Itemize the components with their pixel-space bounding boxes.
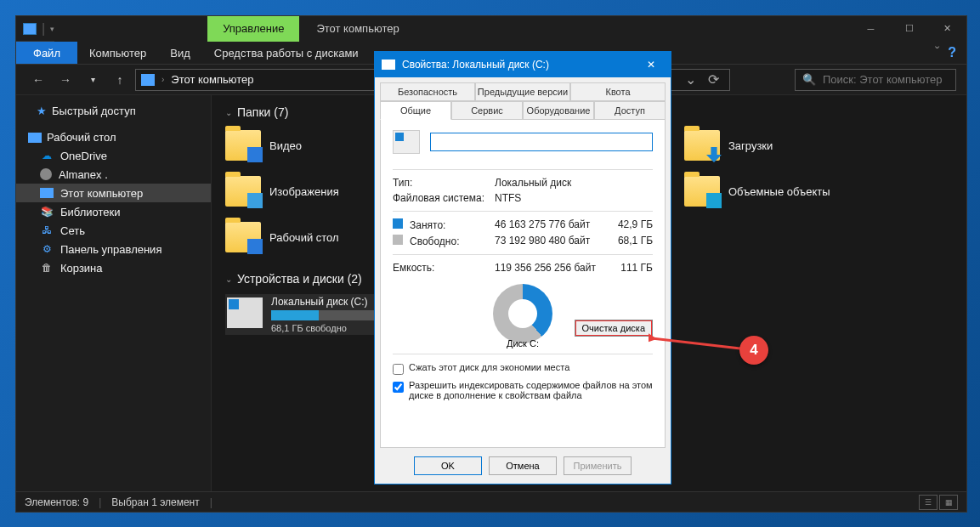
folder-icon [684,130,720,161]
user-icon [40,168,52,180]
used-swatch [393,218,403,229]
free-gb: 68,1 ГБ [602,235,653,247]
pc-icon [23,23,37,35]
sidebar-item-user[interactable]: Almanex . [16,165,211,184]
annotation-badge: 4 [739,336,768,365]
search-icon: 🔍 [802,73,816,86]
network-icon: 🖧 [40,224,54,237]
refresh-icon[interactable]: ⟳ [708,71,719,88]
folder-desktop[interactable]: Рабочий стол [225,219,395,255]
dialog-titlebar[interactable]: Свойства: Локальный диск (C:) ✕ [375,52,671,77]
used-gb: 42,9 ГБ [602,218,653,231]
pc-icon [40,188,54,198]
menu-file[interactable]: Файл [16,42,77,64]
minimize-button[interactable]: ─ [852,16,890,42]
drive-icon [382,60,395,70]
ribbon-tab-manage[interactable]: Управление [207,16,299,42]
sidebar-item-thispc[interactable]: Этот компьютер [16,184,211,202]
menu-disk-tools[interactable]: Средства работы с дисками [202,42,371,64]
window-title: Этот компьютер [299,16,414,42]
sidebar-item-recycle-bin[interactable]: 🗑Корзина [16,258,211,277]
sidebar-item-libraries[interactable]: 📚Библиотеки [16,202,211,221]
tab-service[interactable]: Сервис [451,101,523,120]
tab-security[interactable]: Безопасность [380,82,475,101]
dialog-title: Свойства: Локальный диск (C:) [402,59,549,71]
folder-icon [225,130,261,161]
sidebar-item-network[interactable]: 🖧Сеть [16,221,211,240]
properties-dialog: Свойства: Локальный диск (C:) ✕ Безопасн… [374,51,671,484]
titlebar: | ▾ Управление Этот компьютер ─ ☐ ✕ [16,16,966,42]
sidebar-quick-access[interactable]: ★ Быстрый доступ [28,102,211,120]
pie-label: Диск C: [507,338,539,348]
dialog-close-button[interactable]: ✕ [638,52,664,77]
tab-previous-versions[interactable]: Предыдущие версии [475,82,570,101]
status-count: Элементов: 9 [25,496,88,508]
menu-computer[interactable]: Компьютер [77,42,158,64]
folder-icon [225,222,261,252]
statusbar: Элементов: 9 | Выбран 1 элемент | ☰ ▦ [16,491,966,512]
capacity-gb: 111 ГБ [602,262,653,274]
search-placeholder: Поиск: Этот компьютер [823,73,942,86]
compress-checkbox[interactable] [393,364,404,375]
ribbon-expand-icon[interactable]: ˇ [935,45,939,60]
menu-view[interactable]: Вид [158,42,202,64]
index-checkbox[interactable] [393,382,404,393]
capacity-bytes: 119 356 256 256 байт [495,262,602,274]
folder-video[interactable]: Видео [225,128,395,163]
status-selected: Выбран 1 элемент [111,496,199,508]
nav-up-button[interactable]: ↑ [108,68,132,92]
sidebar-desktop[interactable]: Рабочий стол [16,128,211,146]
free-swatch [393,235,403,245]
star-icon: ★ [37,105,47,117]
ok-button[interactable]: OK [414,456,482,475]
maximize-button[interactable]: ☐ [890,16,928,42]
cloud-icon: ☁ [40,149,54,162]
compress-checkbox-row[interactable]: Сжать этот диск для экономии места [393,360,653,377]
sidebar-item-control-panel[interactable]: ⚙Панель управления [16,240,211,258]
folder-images[interactable]: Изображения [225,173,395,209]
tab-quota[interactable]: Квота [570,82,666,101]
folder-icon [684,176,720,207]
folder-3dobjects[interactable]: Объемные объекты [684,173,854,209]
used-bytes: 46 163 275 776 байт [495,218,602,231]
search-input[interactable]: 🔍 Поиск: Этот компьютер [795,69,956,91]
filesystem: NTFS [495,192,653,204]
help-icon[interactable]: ? [948,45,956,60]
disk-cleanup-button[interactable]: Очистка диска [575,320,653,337]
nav-back-button[interactable]: ← [26,68,50,92]
tab-hardware[interactable]: Оборудование [523,101,594,120]
drive-icon [393,130,420,154]
tab-general[interactable]: Общие [380,101,451,120]
drive-icon [227,298,263,328]
address-text: Этот компьютер [171,73,253,86]
free-bytes: 73 192 980 480 байт [495,235,602,247]
folder-icon [225,176,261,207]
bin-icon: 🗑 [40,261,54,275]
sidebar: ★ Быстрый доступ Рабочий стол ☁OneDrive … [16,95,212,491]
cancel-button[interactable]: Отмена [489,456,557,475]
nav-forward-button[interactable]: → [54,68,77,92]
address-dropdown-icon[interactable]: ⌄ [685,71,696,88]
nav-history-button[interactable]: ▾ [81,68,105,92]
tab-access[interactable]: Доступ [594,101,666,120]
drive-name-input[interactable] [430,133,653,151]
close-button[interactable]: ✕ [928,16,966,42]
sidebar-item-onedrive[interactable]: ☁OneDrive [16,146,211,165]
index-checkbox-row[interactable]: Разрешить индексировать содержимое файло… [393,377,653,403]
view-details-button[interactable]: ☰ [919,495,938,510]
drive-type: Локальный диск [495,177,653,189]
libraries-icon: 📚 [40,205,54,218]
folder-downloads[interactable]: Загрузки [684,128,854,163]
control-panel-icon: ⚙ [40,242,54,256]
usage-pie-chart [493,284,552,343]
drive-usage-bar [271,310,390,320]
view-icons-button[interactable]: ▦ [939,495,958,510]
apply-button[interactable]: Применить [564,456,632,475]
pc-icon [141,74,155,86]
desktop-icon [28,133,42,143]
